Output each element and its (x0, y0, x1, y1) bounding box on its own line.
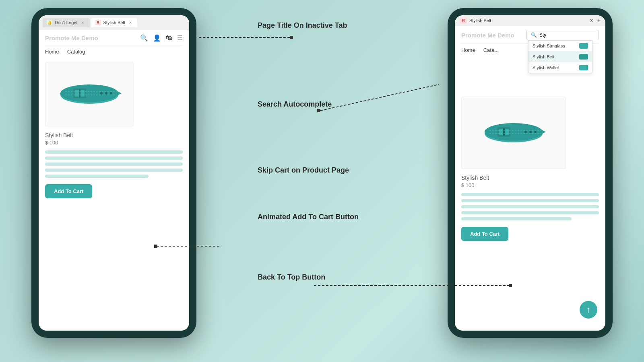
tab-label-dont-forget: Don't forget (55, 20, 78, 25)
rdesc-line-1 (461, 193, 599, 196)
search-area-right: 🔍 Sty Stylish Sunglass Stylish Belt (526, 30, 599, 40)
product-image-left (45, 62, 134, 126)
rdesc-line-5 (461, 217, 572, 220)
tab-close-stylish-belt[interactable]: × (128, 20, 133, 25)
desc-line-3 (45, 162, 183, 166)
store-icons-left: 🔍 👤 🛍 ☰ (140, 34, 183, 42)
product-name-left: Stylish Belt (45, 132, 183, 138)
right-phone: R Stylish Belt × + Promote Me Demo 🔍 Sty (448, 8, 613, 338)
description-left (45, 150, 183, 178)
svg-point-3 (105, 92, 107, 95)
store-header-right: Promote Me Demo 🔍 Sty Stylish Sunglass (455, 26, 605, 56)
favicon-right: R (460, 17, 467, 24)
store-nav-left: Home Catalog (45, 45, 183, 58)
annotation-skip-cart: Skip Cart on Product Page (258, 166, 349, 175)
back-to-top-arrow: ↑ (586, 304, 591, 315)
add-to-cart-right[interactable]: Add To Cart (461, 227, 508, 241)
favicon-stylish-belt: R (95, 20, 101, 25)
annotation-search: Search Autocomplete (258, 100, 332, 109)
search-icon-left[interactable]: 🔍 (140, 34, 148, 42)
product-area-right: Stylish Belt $ 100 Add To Cart (455, 56, 605, 245)
back-to-top-button[interactable]: ↑ (580, 301, 597, 319)
tab-label-stylish-belt: Stylish Belt (103, 20, 125, 25)
browser-chrome-left: 🔔 Don't forget × R Stylish Belt × (39, 15, 189, 30)
belt-image-right (481, 115, 546, 151)
svg-point-14 (529, 131, 532, 133)
autocomplete-icon-0 (579, 43, 588, 49)
add-to-cart-left[interactable]: Add To Cart (45, 184, 92, 198)
autocomplete-label-2: Stylish Wallet (533, 65, 559, 70)
logo-row-right: Promote Me Demo 🔍 Sty Stylish Sunglass (461, 30, 599, 40)
product-price-right: $ 100 (461, 182, 599, 188)
tab-bar-right: R Stylish Belt (460, 17, 491, 24)
search-input-right[interactable]: 🔍 Sty (526, 30, 599, 40)
rdesc-line-3 (461, 205, 599, 208)
logo-row-left: Promote Me Demo 🔍 👤 🛍 ☰ (45, 34, 183, 42)
tab-actions-right: × + (590, 17, 601, 24)
svg-point-13 (524, 131, 527, 133)
browser-chrome-right: R Stylish Belt × + (455, 15, 605, 26)
autocomplete-icon-1 (579, 54, 588, 60)
tab-label-right: Stylish Belt (469, 18, 491, 23)
search-value-right: Sty (539, 32, 546, 38)
autocomplete-dropdown: Stylish Sunglass Stylish Belt Stylish Wa… (528, 40, 592, 73)
svg-point-1 (60, 84, 118, 102)
belt-image-left (57, 76, 122, 112)
annotation-page-title: Page Title On Inactive Tab (258, 21, 347, 30)
nav-home-right[interactable]: Home (461, 47, 475, 53)
svg-marker-19 (541, 130, 546, 134)
store-logo-right: Promote Me Demo (461, 32, 514, 39)
rdesc-line-2 (461, 199, 599, 202)
autocomplete-label-0: Stylish Sunglass (533, 43, 565, 48)
desc-line-5 (45, 175, 149, 178)
autocomplete-item-2[interactable]: Stylish Wallet (528, 62, 592, 73)
favicon-remind: 🔔 (47, 20, 52, 25)
left-phone: 🔔 Don't forget × R Stylish Belt × Promot… (31, 8, 196, 338)
search-icon-right: 🔍 (531, 32, 537, 38)
product-name-right: Stylish Belt (461, 175, 599, 181)
svg-point-2 (100, 92, 103, 95)
tab-bar-left: 🔔 Don't forget × R Stylish Belt × (43, 18, 185, 27)
desc-line-1 (45, 150, 183, 154)
product-image-right (461, 97, 566, 169)
autocomplete-item-1[interactable]: Stylish Belt (528, 51, 592, 62)
desc-line-4 (45, 169, 183, 172)
product-price-left: $ 100 (45, 140, 183, 146)
store-logo-left: Promote Me Demo (45, 35, 98, 41)
menu-icon-left[interactable]: ☰ (177, 34, 183, 42)
nav-catalog-right[interactable]: Cata... (483, 47, 499, 53)
svg-point-4 (110, 92, 112, 95)
description-right (461, 193, 599, 220)
store-header-left: Promote Me Demo 🔍 👤 🛍 ☰ Home Catalog (39, 30, 189, 58)
desc-line-2 (45, 156, 183, 160)
cart-icon-left[interactable]: 🛍 (166, 34, 172, 42)
svg-rect-18 (503, 128, 505, 136)
svg-rect-23 (290, 36, 293, 39)
svg-line-24 (320, 84, 439, 111)
account-icon-left[interactable]: 👤 (153, 34, 161, 42)
product-area-left: Stylish Belt $ 100 Add To Cart (39, 58, 189, 202)
autocomplete-label-1: Stylish Belt (533, 54, 554, 59)
svg-point-15 (534, 131, 537, 133)
autocomplete-icon-2 (579, 65, 588, 70)
tab-stylish-belt[interactable]: R Stylish Belt × (91, 18, 137, 27)
new-tab-right[interactable]: + (597, 17, 601, 24)
nav-catalog-left[interactable]: Catalog (67, 49, 85, 55)
svg-rect-7 (79, 89, 80, 97)
autocomplete-item-0[interactable]: Stylish Sunglass (528, 41, 592, 51)
tab-dont-forget[interactable]: 🔔 Don't forget × (43, 18, 90, 27)
tab-close-dont-forget[interactable]: × (80, 20, 86, 25)
svg-marker-8 (117, 91, 122, 96)
right-phone-screen: R Stylish Belt × + Promote Me Demo 🔍 Sty (455, 15, 605, 331)
svg-rect-25 (317, 109, 320, 112)
annotation-back-top: Back To Top Button (258, 273, 325, 282)
svg-point-12 (485, 123, 543, 141)
left-phone-screen: 🔔 Don't forget × R Stylish Belt × Promot… (39, 15, 189, 331)
nav-home-left[interactable]: Home (45, 49, 59, 55)
annotation-add-cart: Animated Add To Cart Button (258, 212, 359, 222)
close-tab-right[interactable]: × (590, 17, 593, 24)
rdesc-line-4 (461, 211, 599, 214)
